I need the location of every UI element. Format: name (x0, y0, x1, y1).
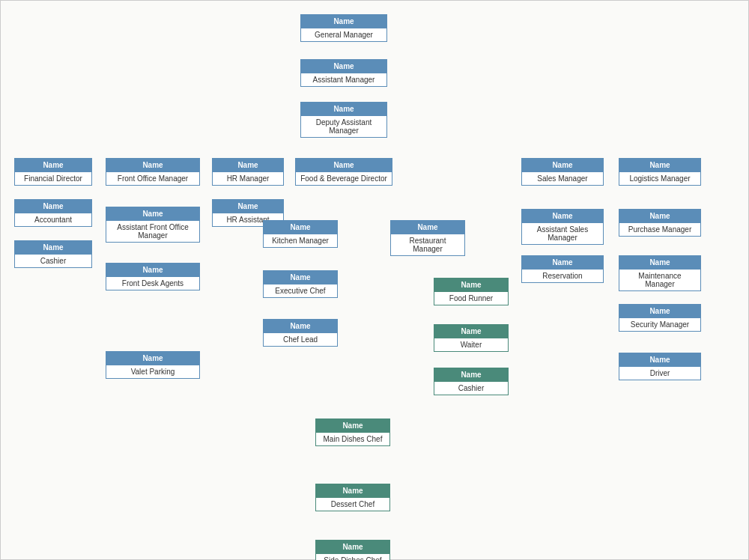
node-driver: Name Driver (619, 353, 701, 380)
node-title: Financial Director (15, 171, 91, 185)
node-main-dishes-chef: Name Main Dishes Chef (315, 419, 390, 446)
node-title: Cashier (434, 381, 508, 395)
node-title: Logistics Manager (619, 171, 700, 185)
node-header: Name (316, 484, 389, 497)
node-title: General Manager (301, 28, 386, 41)
node-header: Name (106, 264, 199, 276)
node-title: Kitchen Manager (264, 234, 337, 247)
node-reservation: Name Reservation (521, 255, 604, 283)
node-header: Name (301, 60, 386, 73)
node-title: Maintenance Manager (619, 269, 700, 290)
node-header: Name (264, 221, 337, 234)
node-title: Security Manager (619, 317, 700, 331)
node-general-manager: Name General Manager (300, 14, 387, 42)
node-side-dishes-chef: Name Side Dishes Chef (315, 540, 390, 560)
node-title: Food Runner (434, 291, 508, 305)
node-title: Driver (619, 366, 700, 380)
node-header: Name (316, 419, 389, 432)
node-header: Name (213, 200, 283, 213)
node-header: Name (522, 256, 603, 269)
node-food-runner: Name Food Runner (434, 278, 509, 305)
chart-container: Name General Manager Name Assistant Mana… (0, 0, 749, 560)
node-header: Name (264, 320, 337, 332)
node-header: Name (106, 159, 199, 171)
node-maintenance-manager: Name Maintenance Manager (619, 255, 701, 291)
node-front-office-manager: Name Front Office Manager (106, 158, 200, 186)
node-title: Executive Chef (264, 284, 337, 297)
node-header: Name (213, 159, 283, 171)
node-waiter: Name Waiter (434, 324, 509, 352)
node-title: Main Dishes Chef (316, 432, 389, 445)
node-header: Name (434, 325, 508, 338)
node-header: Name (264, 271, 337, 284)
node-title: Restaurant Manager (391, 234, 464, 255)
node-food-beverage-director: Name Food & Beverage Director (295, 158, 392, 186)
node-cashier-rest: Name Cashier (434, 368, 509, 395)
node-title: Side Dishes Chef (316, 553, 389, 560)
node-header: Name (301, 15, 386, 28)
node-header: Name (316, 541, 389, 553)
node-header: Name (522, 210, 603, 222)
node-title: Front Desk Agents (106, 276, 199, 290)
node-cashier-fin: Name Cashier (14, 240, 92, 268)
node-assistant-manager: Name Assistant Manager (300, 59, 387, 87)
node-header: Name (522, 159, 603, 171)
node-title: Assistant Sales Manager (522, 222, 603, 244)
node-header: Name (296, 159, 392, 171)
node-asst-front-office: Name Assistant Front Office Manager (106, 207, 200, 243)
node-title: Deputy Assistant Manager (301, 115, 386, 137)
node-title: Sales Manager (522, 171, 603, 185)
node-title: HR Manager (213, 171, 283, 185)
node-title: Food & Beverage Director (296, 171, 392, 185)
node-valet-parking: Name Valet Parking (106, 351, 200, 379)
node-header: Name (619, 305, 700, 317)
node-asst-sales-manager: Name Assistant Sales Manager (521, 209, 604, 245)
node-header: Name (15, 200, 91, 213)
node-header: Name (434, 368, 508, 381)
node-hr-manager: Name HR Manager (212, 158, 284, 186)
node-header: Name (619, 210, 700, 222)
node-header: Name (619, 159, 700, 171)
node-title: Reservation (522, 269, 603, 282)
node-title: Assistant Manager (301, 73, 386, 86)
node-sales-manager: Name Sales Manager (521, 158, 604, 186)
node-deputy-assistant: Name Deputy Assistant Manager (300, 102, 387, 138)
node-restaurant-manager: Name Restaurant Manager (390, 220, 465, 256)
node-purchase-manager: Name Purchase Manager (619, 209, 701, 237)
node-header: Name (15, 241, 91, 254)
node-title: Front Office Manager (106, 171, 199, 185)
node-header: Name (301, 103, 386, 115)
node-accountant: Name Accountant (14, 199, 92, 227)
node-header: Name (619, 353, 700, 366)
node-chef-lead: Name Chef Lead (263, 319, 338, 347)
node-header: Name (106, 352, 199, 365)
node-header: Name (391, 221, 464, 234)
node-kitchen-manager: Name Kitchen Manager (263, 220, 338, 248)
node-front-desk-agents: Name Front Desk Agents (106, 263, 200, 290)
node-financial-director: Name Financial Director (14, 158, 92, 186)
node-title: Accountant (15, 213, 91, 226)
node-dessert-chef: Name Dessert Chef (315, 484, 390, 511)
node-title: Dessert Chef (316, 497, 389, 511)
node-title: Valet Parking (106, 365, 199, 378)
node-title: Chef Lead (264, 332, 337, 346)
node-title: Cashier (15, 254, 91, 267)
node-header: Name (619, 256, 700, 269)
node-title: Waiter (434, 338, 508, 351)
node-executive-chef: Name Executive Chef (263, 270, 338, 298)
node-title: Purchase Manager (619, 222, 700, 236)
node-logistics-manager: Name Logistics Manager (619, 158, 701, 186)
node-security-manager: Name Security Manager (619, 304, 701, 332)
node-header: Name (106, 207, 199, 220)
node-header: Name (15, 159, 91, 171)
node-header: Name (434, 279, 508, 291)
node-title: Assistant Front Office Manager (106, 220, 199, 242)
